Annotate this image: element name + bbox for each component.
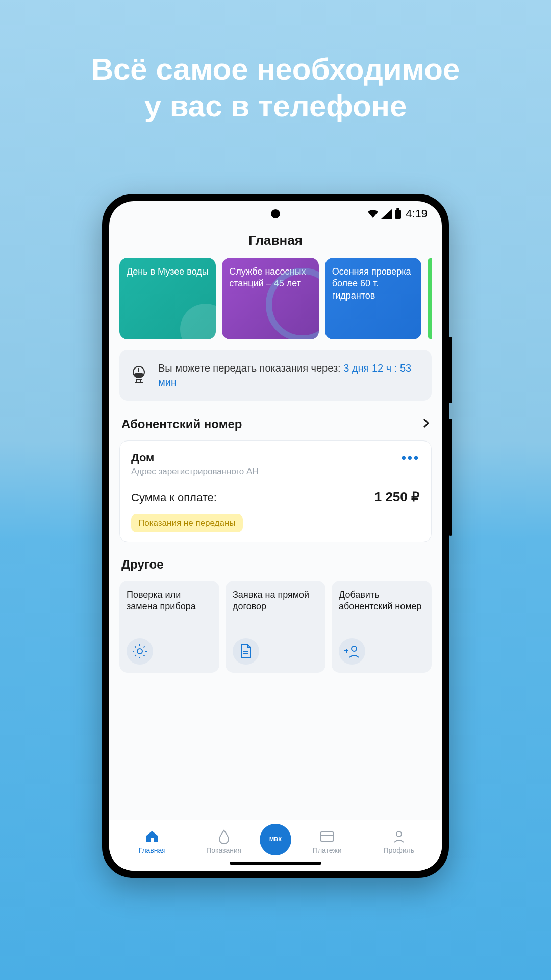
phone-side-button: [449, 419, 452, 536]
chevron-right-icon: [422, 418, 430, 431]
notice-text: Вы можете передать показания через: 3 дн…: [158, 361, 422, 389]
bottom-nav: Главная Показания МВК Платежи: [109, 820, 442, 871]
nav-payments[interactable]: Платежи: [291, 829, 363, 854]
readings-notice[interactable]: Вы можете передать показания через: 3 дн…: [119, 350, 432, 401]
document-icon: [233, 638, 259, 665]
phone-side-button: [449, 337, 452, 403]
nav-profile[interactable]: Профиль: [363, 829, 435, 854]
user-icon: [391, 829, 407, 844]
subscriber-section-header[interactable]: Абонентский номер: [119, 413, 432, 440]
gear-icon: [127, 638, 153, 665]
phone-frame: 4:19 Главная День в Музее воды Службе на…: [102, 194, 449, 878]
page-title: Главная: [109, 227, 442, 258]
tile-add-account[interactable]: Добавить абонентский номер: [332, 581, 432, 673]
news-card[interactable]: Осенняя проверка более 60 т. гидрантов: [325, 258, 421, 339]
news-card-peek[interactable]: [428, 258, 432, 339]
status-badge: Показания не переданы: [131, 514, 243, 532]
news-card[interactable]: Службе насосных станций – 45 лет: [222, 258, 318, 339]
section-title: Абонентский номер: [121, 417, 242, 431]
drop-icon: [216, 829, 232, 844]
main-content: День в Музее воды Службе насосных станци…: [109, 258, 442, 820]
news-card[interactable]: День в Музее воды: [119, 258, 216, 339]
action-tiles: Поверка или замена прибора Заявка на пря…: [119, 581, 432, 673]
svg-point-13: [396, 831, 402, 837]
news-cards-row[interactable]: День в Музее воды Службе насосных станци…: [119, 258, 432, 339]
nav-readings[interactable]: Показания: [188, 829, 260, 854]
svg-point-5: [137, 649, 142, 654]
more-icon[interactable]: •••: [402, 451, 420, 464]
nav-center-logo[interactable]: МВК: [260, 824, 291, 855]
camera-notch: [271, 209, 280, 218]
tile-contract[interactable]: Заявка на прямой договор: [226, 581, 325, 673]
svg-point-8: [352, 646, 357, 651]
card-icon: [319, 829, 335, 844]
home-indicator[interactable]: [230, 862, 321, 865]
account-address: Адрес зарегистрированного АН: [131, 467, 259, 477]
status-icons: [367, 208, 402, 219]
svg-rect-4: [135, 374, 143, 376]
tile-verification[interactable]: Поверка или замена прибора: [119, 581, 219, 673]
svg-rect-11: [320, 832, 334, 841]
other-section-title: Другое: [119, 555, 432, 581]
phone-screen: 4:19 Главная День в Музее воды Службе на…: [109, 201, 442, 871]
account-card[interactable]: Дом Адрес зарегистрированного АН ••• Сум…: [119, 440, 432, 542]
account-name: Дом: [131, 451, 259, 464]
due-label: Сумма к оплате:: [131, 491, 217, 504]
promo-headline: Всё самое необходимое у вас в телефоне: [0, 0, 551, 125]
meter-icon: [129, 364, 149, 386]
wifi-icon: [367, 209, 379, 219]
signal-icon: [381, 209, 392, 219]
home-icon: [144, 829, 160, 844]
battery-icon: [394, 208, 402, 219]
nav-home[interactable]: Главная: [116, 829, 188, 854]
due-amount: 1 250 ₽: [374, 489, 420, 505]
status-time: 4:19: [406, 207, 428, 220]
add-user-icon: [339, 638, 365, 665]
svg-rect-1: [396, 208, 399, 210]
svg-rect-0: [395, 210, 401, 219]
